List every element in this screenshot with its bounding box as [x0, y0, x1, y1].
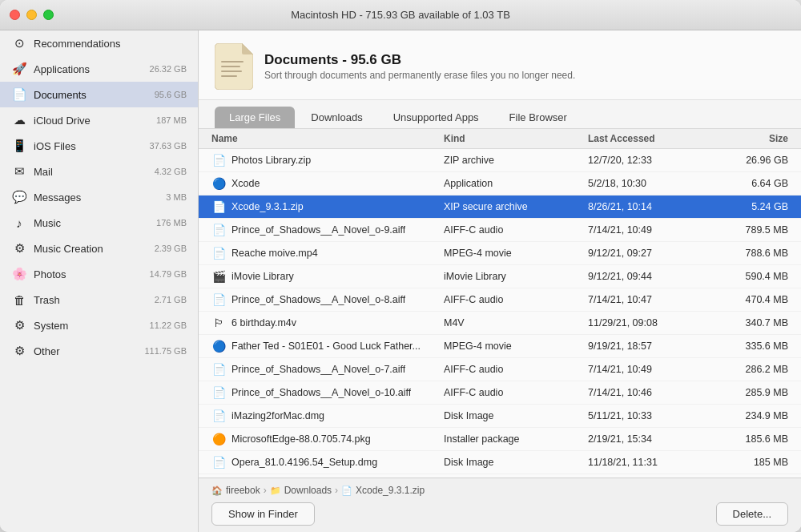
file-name-cell: 📄Prince_of_Shadows__A_Novel_o-10.aiff: [211, 385, 444, 400]
file-row[interactable]: 🔵Father Ted - S01E01 - Good Luck Father.…: [199, 335, 801, 358]
file-size: 789.5 MB: [716, 224, 788, 236]
file-row[interactable]: 🎬iMovie LibraryiMovie Library9/12/21, 09…: [199, 265, 801, 288]
footer: 🏠 fireebok›📁 Downloads›📄 Xcode_9.3.1.zip…: [199, 478, 801, 532]
file-accessed: 11/29/21, 09:08: [588, 317, 716, 328]
sidebar-item-trash[interactable]: 🗑Trash2.71 GB: [0, 287, 198, 312]
file-row[interactable]: 🔵XcodeApplication5/2/18, 10:306.64 GB: [199, 172, 801, 195]
col-kind: Kind: [444, 133, 588, 144]
file-size: 286.2 MB: [716, 364, 788, 375]
file-accessed: 9/12/21, 09:44: [588, 271, 716, 282]
sidebar-label-messages: Messages: [34, 191, 166, 204]
sidebar-label-system: System: [34, 320, 150, 332]
file-name-text: Prince_of_Shadows__A_Novel_o-10.aiff: [231, 387, 411, 398]
file-size: 185 MB: [716, 457, 788, 468]
sidebar-item-documents[interactable]: 📄Documents95.6 GB: [0, 82, 198, 107]
breadcrumb-icon: 📄: [341, 486, 352, 496]
sidebar-item-music-creation[interactable]: ⚙Music Creation2.39 GB: [0, 236, 198, 261]
file-name-text: Opera_81.0.4196.54_Setup.dmg: [231, 457, 377, 468]
ios-files-icon: 📱: [11, 138, 27, 154]
file-icon: 📄: [211, 246, 226, 260]
file-kind: iMovie Library: [444, 271, 588, 282]
show-in-finder-button[interactable]: Show in Finder: [211, 502, 315, 526]
file-icon: 🔵: [211, 339, 226, 353]
sidebar-size-documents: 95.6 GB: [155, 90, 187, 99]
tab-large-files[interactable]: Large Files: [215, 107, 295, 128]
sidebar-item-mail[interactable]: ✉Mail4.32 GB: [0, 159, 198, 184]
file-row[interactable]: 📄Photos Library.zipZIP archive12/7/20, 1…: [199, 149, 801, 172]
minimize-button[interactable]: [26, 10, 37, 20]
music-icon: ♪: [11, 215, 27, 231]
file-icon: 📄: [211, 292, 226, 307]
file-size: 340.7 MB: [716, 317, 788, 328]
file-kind: AIFF-C audio: [444, 364, 588, 375]
file-icon: 📄: [211, 385, 226, 400]
file-size: 335.6 MB: [716, 341, 788, 352]
file-size: 5.24 GB: [716, 201, 788, 212]
col-size: Size: [716, 133, 788, 144]
file-row[interactable]: 📄Reache moive.mp4MPEG-4 movie9/12/21, 09…: [199, 242, 801, 265]
sidebar-item-music[interactable]: ♪Music176 MB: [0, 210, 198, 236]
file-kind: M4V: [444, 317, 588, 328]
sidebar-item-photos[interactable]: 🌸Photos14.79 GB: [0, 261, 198, 287]
sidebar-item-applications[interactable]: 🚀Applications26.32 GB: [0, 56, 198, 82]
delete-button[interactable]: Delete...: [716, 502, 788, 526]
file-row[interactable]: 📄Xcode_9.3.1.zipXIP secure archive8/26/2…: [199, 195, 801, 219]
sidebar-item-other[interactable]: ⚙Other111.75 GB: [0, 338, 198, 364]
file-row[interactable]: 📄Prince_of_Shadows__A_Novel_o-10.aiffAIF…: [199, 381, 801, 405]
sidebar-size-ios-files: 37.63 GB: [150, 141, 187, 151]
file-list-container[interactable]: Name Kind Last Accessed Size 📄Photos Lib…: [199, 129, 801, 478]
close-button[interactable]: [10, 10, 20, 20]
file-size: 185.6 MB: [716, 433, 788, 445]
photos-icon: 🌸: [11, 266, 27, 282]
sidebar-item-ios-files[interactable]: 📱iOS Files37.63 GB: [0, 133, 198, 159]
sidebar-item-recommendations[interactable]: ⊙Recommendations: [0, 30, 198, 56]
tab-file-browser[interactable]: File Browser: [495, 107, 582, 128]
sidebar-size-other: 111.75 GB: [144, 346, 187, 356]
file-row[interactable]: 📄Prince_of_Shadows__A_Novel_o-9.aiffAIFF…: [199, 219, 801, 242]
sidebar-label-applications: Applications: [34, 63, 150, 75]
file-size: 590.4 MB: [716, 271, 788, 282]
file-icon: 🟠: [211, 432, 226, 446]
file-name-text: Reache moive.mp4: [231, 248, 318, 259]
file-row[interactable]: 📄Prince_of_Shadows__A_Novel_o-8.aiffAIFF…: [199, 288, 801, 312]
file-row[interactable]: 📄iMazing2forMac.dmgDisk Image5/11/21, 10…: [199, 405, 801, 428]
file-name-cell: 📄iMazing2forMac.dmg: [211, 409, 444, 423]
sidebar-size-trash: 2.71 GB: [155, 295, 187, 304]
file-accessed: 7/14/21, 10:49: [588, 364, 716, 375]
svg-rect-0: [221, 61, 244, 62]
breadcrumb-separator: ›: [335, 485, 338, 496]
file-name-cell: 🔵Father Ted - S01E01 - Good Luck Father.…: [211, 339, 444, 353]
sidebar-item-messages[interactable]: 💬Messages3 MB: [0, 184, 198, 210]
file-name-text: Photos Library.zip: [231, 155, 311, 166]
file-row[interactable]: 📄Opera_81.0.4196.54_Setup.dmgDisk Image1…: [199, 451, 801, 474]
file-icon: 🎬: [211, 269, 226, 284]
file-size: 285.9 MB: [716, 387, 788, 398]
tab-unsupported-apps[interactable]: Unsupported Apps: [379, 107, 493, 128]
file-row[interactable]: 🟠MicrosoftEdge-88.0.705.74.pkgInstaller …: [199, 428, 801, 451]
maximize-button[interactable]: [43, 10, 54, 20]
file-kind: ZIP archive: [444, 155, 588, 166]
sidebar-size-system: 11.22 GB: [150, 320, 187, 330]
sidebar-item-icloud[interactable]: ☁iCloud Drive187 MB: [0, 107, 198, 133]
titlebar-text: Macintosh HD - 715.93 GB available of 1.…: [291, 9, 510, 21]
breadcrumb-icon: 📁: [270, 486, 281, 496]
sidebar-label-music: Music: [34, 217, 156, 229]
messages-icon: 💬: [11, 189, 27, 205]
file-icon: 📄: [211, 153, 226, 167]
file-row[interactable]: 📄Prince_of_Shadows__A_Novel_o-7.aiffAIFF…: [199, 358, 801, 381]
svg-rect-2: [221, 71, 242, 72]
mail-icon: ✉: [11, 163, 27, 179]
file-row[interactable]: 🏳6 birthday.m4vM4V11/29/21, 09:08340.7 M…: [199, 312, 801, 335]
svg-rect-3: [221, 75, 237, 77]
tab-downloads[interactable]: Downloads: [296, 107, 376, 128]
breadcrumb: 🏠 fireebok›📁 Downloads›📄 Xcode_9.3.1.zip: [211, 485, 788, 496]
recommendations-icon: ⊙: [11, 35, 27, 51]
sidebar-item-system[interactable]: ⚙System11.22 GB: [0, 312, 198, 338]
system-icon: ⚙: [11, 317, 27, 333]
footer-buttons: Show in Finder Delete...: [211, 502, 788, 526]
sidebar-size-music-creation: 2.39 GB: [155, 244, 187, 253]
sidebar-size-music: 176 MB: [156, 218, 187, 228]
file-kind: Disk Image: [444, 410, 588, 421]
file-name-cell: 🟠MicrosoftEdge-88.0.705.74.pkg: [211, 432, 444, 446]
file-accessed: 5/2/18, 10:30: [588, 178, 716, 189]
